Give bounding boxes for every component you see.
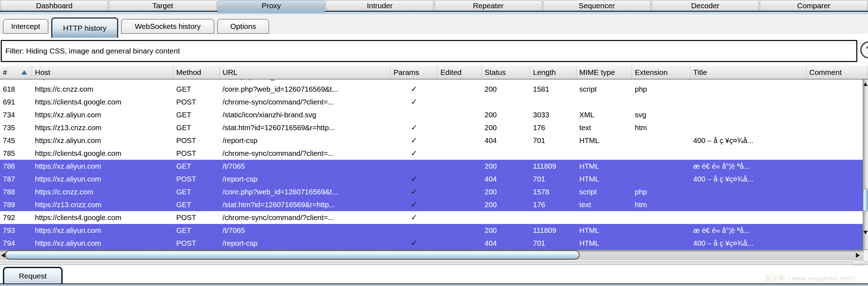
cell-title: æ é€ é« å°¦è ªå... — [690, 160, 806, 173]
cell-comment — [806, 108, 863, 121]
column-header-extension[interactable]: Extension — [632, 66, 690, 79]
vertical-scrollbar[interactable] — [863, 80, 868, 250]
main-tab-repeater[interactable]: Repeater — [434, 0, 542, 10]
column-header-status[interactable]: Status — [482, 66, 530, 79]
scroll-up-icon[interactable] — [863, 82, 868, 86]
sub-tab-http-history[interactable]: HTTP history — [51, 17, 118, 38]
table-row-785[interactable]: 785https://clients4.google.comPOST/chrom… — [0, 147, 863, 160]
column-header-title[interactable]: Title — [690, 66, 806, 79]
horizontal-scrollbar-thumb[interactable] — [5, 250, 580, 260]
scroll-down-icon[interactable] — [863, 231, 868, 234]
scroll-left-icon[interactable] — [1, 253, 5, 258]
column-header-params[interactable]: Params — [391, 66, 438, 79]
cell-params: ✓ — [391, 198, 438, 211]
pane-splitter[interactable] — [0, 261, 868, 265]
splitter-grip[interactable] — [852, 261, 866, 265]
cell-title — [690, 147, 806, 160]
help-icon[interactable]: ? — [860, 41, 868, 58]
main-tab-comparer[interactable]: Comparer — [760, 0, 868, 10]
main-tab-decoder[interactable]: Decoder — [652, 0, 759, 10]
table-row-691[interactable]: 691https://clients4.google.comPOST/chrom… — [0, 96, 863, 108]
table-row-618[interactable]: 618https://c.cnzz.comGET/core.php?web_id… — [0, 83, 863, 96]
cell-mime: script — [576, 185, 632, 198]
cell-title: æ é€ é« å°¦è ªå... — [690, 224, 806, 237]
cell-length: 1581 — [530, 83, 576, 96]
table-row-clipped[interactable]: https://c.cnzz.comGET/core.php?web_id=12… — [0, 80, 863, 83]
cell-title — [690, 80, 806, 83]
cell-edited — [438, 121, 482, 134]
cell-extension: htm — [632, 121, 690, 134]
table-row-735[interactable]: 735https://z13.cnzz.comGET/stat.htm?id=1… — [0, 121, 863, 134]
cell-method: POST — [173, 147, 220, 160]
cell-length — [530, 147, 576, 160]
cell-url: /core.php?web_id=1260716569&t... — [220, 80, 391, 83]
cell-method: GET — [173, 198, 220, 211]
main-tab-intruder[interactable]: Intruder — [326, 0, 434, 10]
params-check-icon: ✓ — [411, 136, 417, 145]
table-row-734[interactable]: 734https://xz.aliyun.comGET/static/icon/… — [0, 108, 863, 121]
cell-params: ✓ — [391, 173, 438, 185]
cell-url: /core.php?web_id=1260716569&t... — [220, 185, 391, 198]
watermark-text: 安全客（www.anquanke.com） — [765, 274, 859, 283]
cell-length: 701 — [530, 134, 576, 147]
sub-tab-options[interactable]: Options — [217, 19, 269, 34]
main-tab-proxy[interactable]: Proxy — [218, 0, 325, 13]
main-tab-target[interactable]: Target — [109, 0, 217, 10]
scrollbar-corner — [864, 250, 868, 261]
cell-extension — [632, 96, 690, 108]
cell-status: 200 — [482, 160, 530, 173]
history-table-header: #HostMethodURLParamsEditedStatusLengthMI… — [0, 66, 868, 80]
cell-length: 176 — [530, 121, 576, 134]
table-row-792[interactable]: 792https://clients4.google.comPOST/chrom… — [0, 211, 863, 224]
column-header-host[interactable]: Host — [32, 66, 173, 79]
scroll-right-icon[interactable] — [856, 253, 860, 258]
cell-host: https://xz.aliyun.com — [32, 160, 173, 173]
sub-tab-websockets-history[interactable]: WebSockets history — [121, 19, 214, 34]
main-tab-dashboard[interactable]: Dashboard — [0, 0, 108, 10]
column-header-mime[interactable]: MIME type — [576, 66, 632, 79]
cell-title — [690, 96, 806, 108]
table-row-787[interactable]: 787https://xz.aliyun.comPOST/report-csp✓… — [0, 173, 863, 185]
cell-params — [391, 224, 438, 237]
cell-title: 400 – å ç ¥ç¤¾å... — [690, 237, 806, 250]
horizontal-scrollbar[interactable] — [0, 250, 868, 260]
cell-method: POST — [173, 237, 220, 250]
table-row-788[interactable]: 788https://c.cnzz.comGET/core.php?web_id… — [0, 185, 863, 198]
cell-extension — [632, 173, 690, 185]
column-header-edited[interactable]: Edited — [438, 66, 482, 79]
column-header-length[interactable]: Length — [530, 66, 576, 79]
column-header-number[interactable]: # — [0, 66, 32, 79]
cell-url: /chrome-sync/command/?client=... — [220, 96, 391, 108]
params-check-icon: ✓ — [411, 187, 417, 196]
cell-status: 200 — [482, 108, 530, 121]
filter-description[interactable]: Filter: Hiding CSS, image and general bi… — [1, 40, 857, 62]
sub-tab-intercept[interactable]: Intercept — [3, 19, 48, 34]
vertical-scrollbar-thumb[interactable] — [863, 188, 868, 212]
proxy-panel-strip — [0, 12, 868, 14]
column-header-comment[interactable]: Comment — [806, 66, 868, 79]
cell-comment — [806, 147, 863, 160]
cell-mime — [576, 96, 632, 108]
cell-comment — [806, 211, 863, 224]
params-check-icon: ✓ — [411, 200, 417, 209]
filter-text: Filter: Hiding CSS, image and general bi… — [5, 47, 180, 55]
main-tab-sequencer[interactable]: Sequencer — [543, 0, 651, 10]
cell-url: /t/7065 — [220, 224, 391, 237]
params-check-icon: ✓ — [411, 213, 417, 222]
cell-url: /t/7065 — [220, 160, 391, 173]
cell-mime: HTML — [576, 224, 632, 237]
tab-request[interactable]: Request — [3, 267, 63, 284]
column-header-method[interactable]: Method — [173, 66, 220, 79]
cell-title — [690, 198, 806, 211]
table-row-789[interactable]: 789https://z13.cnzz.comGET/stat.htm?id=1… — [0, 198, 863, 211]
cell-comment — [806, 185, 863, 198]
cell-extension: htm — [632, 198, 690, 211]
column-header-url[interactable]: URL — [220, 66, 391, 79]
table-row-793[interactable]: 793https://xz.aliyun.comGET/t/7065200111… — [0, 224, 863, 237]
table-row-745[interactable]: 745https://xz.aliyun.comPOST/report-csp✓… — [0, 134, 863, 147]
table-row-786[interactable]: 786https://xz.aliyun.comGET/t/7065200111… — [0, 160, 863, 173]
cell-host: https://z13.cnzz.com — [32, 198, 173, 211]
table-row-794[interactable]: 794https://xz.aliyun.comPOST/report-csp✓… — [0, 237, 863, 250]
cell-length — [530, 80, 576, 83]
cell-title — [690, 185, 806, 198]
